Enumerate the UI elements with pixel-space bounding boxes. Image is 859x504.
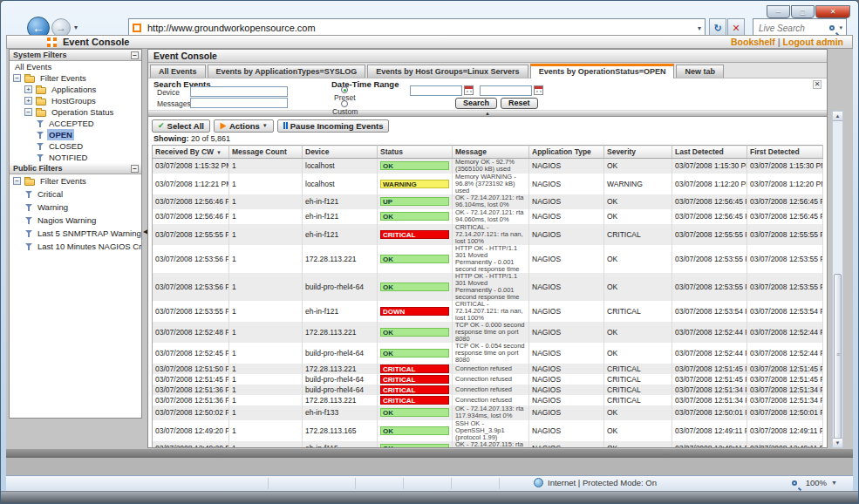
filter-icon (25, 203, 33, 212)
pause-incoming-events-button[interactable]: Pause Incoming Events (277, 119, 390, 133)
preset-range-input[interactable] (410, 85, 462, 96)
table-row[interactable]: 03/07/2008 12:49:20 PM1eh-in-f115OKOK - … (153, 441, 823, 449)
cell-count: 1 (229, 385, 303, 395)
table-row[interactable]: 03/07/2008 12:55:55 PM1eh-in-f121CRITICA… (153, 224, 823, 245)
table-row[interactable]: 03/07/2008 12:56:46 PM1eh-in-f121OKOK - … (153, 209, 823, 224)
expander-icon[interactable]: + (24, 97, 32, 105)
window-bottom-frame (1, 491, 858, 504)
table-row[interactable]: 03/07/2008 12:53:55 PM1eh-in-f121DOWNCRI… (153, 301, 823, 322)
table-row[interactable]: 03/07/2008 12:50:02 PM1eh-in-f133OKOK - … (153, 405, 823, 420)
sidebar-item-filter-events[interactable]: −Filter Events (10, 72, 141, 84)
vertical-scrollbar[interactable]: ▲ ▼ (832, 111, 843, 448)
table-row[interactable]: 03/07/2008 12:53:56 PM1build-pro-rhel4-6… (153, 273, 823, 301)
preset-radio[interactable] (341, 86, 348, 93)
table-row[interactable]: 03/07/2008 12:51:36 PM1172.28.113.221CRI… (153, 395, 823, 405)
select-all-button[interactable]: ✔ Select All (152, 119, 210, 133)
sidebar-item-critical[interactable]: Critical (10, 187, 141, 201)
column-header-first-detected[interactable]: First Detected (747, 146, 823, 159)
window-controls: ─ ▢ ✕ (767, 5, 850, 18)
table-row[interactable]: 03/07/2008 12:53:56 PM1172.28.113.221OKH… (153, 245, 823, 273)
tab-events-by-applicationtypes-syslog[interactable]: Events by ApplicationTypes=SYSLOG (208, 65, 366, 78)
close-icon[interactable]: ✕ (815, 5, 850, 18)
search-button[interactable]: Search (455, 98, 497, 109)
tab-events-by-host-groups-linux-servers[interactable]: Events by Host Groups=Linux Servers (367, 65, 528, 78)
table-row[interactable]: 03/07/2008 1:12:21 PM1localhostWARNINGMe… (153, 174, 823, 194)
column-header-status[interactable]: Status (378, 146, 453, 159)
sidebar-item-applications[interactable]: +Applications (10, 84, 141, 95)
divider-collapse-icon[interactable]: ▲ (485, 111, 490, 116)
column-header-last-detected[interactable]: Last Detected (672, 146, 747, 159)
bookshelf-link[interactable]: Bookshelf (731, 37, 775, 47)
cell-first-detected: 03/07/2008 12:52:44 PM (747, 322, 823, 343)
panel-divider[interactable]: ▲ (148, 110, 827, 117)
logout-link[interactable]: Logout admin (783, 37, 843, 47)
expander-icon[interactable]: − (13, 74, 21, 82)
expander-icon[interactable]: − (13, 177, 21, 185)
table-row[interactable]: 03/07/2008 1:15:32 PM1localhostOKMemory … (153, 159, 823, 174)
sidebar-item-filter-events[interactable]: −Filter Events (10, 174, 141, 187)
expander-icon[interactable]: + (24, 85, 32, 93)
calendar-icon[interactable] (464, 85, 474, 95)
sidebar-item-hostgroups[interactable]: +HostGroups (10, 95, 141, 106)
cell-severity: OK (604, 209, 672, 224)
browser-status-bar: Internet | Protected Mode: On 100% ▼ (6, 475, 853, 491)
sidebar-item-last-10-minutes-nagios-critical[interactable]: Last 10 Minutes NAGIOS Critical (10, 240, 141, 253)
sidebar-item-open[interactable]: OPEN (10, 129, 141, 140)
collapse-public-filters-icon[interactable]: − (131, 165, 139, 173)
maximize-icon[interactable]: ▢ (791, 5, 815, 18)
sidebar-item-accepted[interactable]: ACCEPTED (10, 118, 141, 129)
tab-events-by-operationstatus-open[interactable]: Events by OperationStatus=OPEN (530, 64, 675, 78)
scroll-up-icon[interactable]: ▲ (833, 112, 842, 121)
messages-input[interactable] (190, 98, 288, 108)
close-search-panel-icon[interactable]: ✕ (813, 80, 822, 89)
history-dropdown-icon[interactable]: ▾ (74, 24, 78, 31)
tab-new-tab[interactable]: New tab (676, 65, 724, 78)
tab-all-events[interactable]: All Events (150, 65, 206, 78)
table-row[interactable]: 03/07/2008 12:52:48 PM1172.28.113.221OKT… (153, 322, 823, 343)
public-filters-tree: −Filter EventsCriticalWarningNagios Warn… (10, 174, 141, 253)
sidebar-item-last-5-snmptrap-warning[interactable]: Last 5 SNMPTRAP Warning (10, 227, 141, 240)
cell-severity: OK (604, 159, 672, 174)
sidebar-item-warning[interactable]: Warning (10, 201, 141, 214)
column-header-device[interactable]: Device (303, 146, 378, 159)
cell-last-detected: 03/07/2008 12:53:54 PM (672, 301, 747, 322)
sidebar-item-closed[interactable]: CLOSED (10, 140, 141, 152)
zoom-dropdown-icon[interactable]: ▼ (831, 480, 837, 486)
column-header-received-by-cw[interactable]: Received By CW▼ (153, 146, 229, 159)
actions-button[interactable]: Actions ▼ (214, 119, 274, 133)
table-row[interactable]: 03/07/2008 12:56:46 PM1eh-in-f121UPOK - … (153, 194, 823, 209)
status-badge: CRITICAL (380, 364, 449, 373)
table-row[interactable]: 03/07/2008 12:51:50 PM1172.28.113.221CRI… (153, 364, 823, 374)
url-input[interactable] (146, 22, 695, 34)
column-header-application-type[interactable]: Application Type (529, 146, 604, 159)
collapse-system-filters-icon[interactable]: − (131, 51, 139, 59)
cell-status: UP (378, 194, 453, 209)
sidebar-item-nagios-warning[interactable]: Nagios Warning (10, 214, 141, 227)
search-icon[interactable] (829, 25, 835, 31)
sidebar-item-notified[interactable]: NOTIFIED (10, 152, 141, 163)
cell-count: 1 (229, 174, 303, 194)
cell-app-type: NAGIOS (529, 385, 604, 395)
device-input[interactable] (190, 86, 288, 97)
column-header-message[interactable]: Message (453, 146, 529, 159)
search-options-icon[interactable]: ▾ (839, 24, 842, 31)
calendar-icon[interactable] (534, 85, 543, 95)
scrollbar-thumb[interactable] (834, 274, 842, 439)
expander-icon[interactable]: − (24, 108, 32, 116)
scroll-down-icon[interactable]: ▼ (833, 438, 842, 447)
column-header-message-count[interactable]: Message Count (229, 146, 303, 159)
column-header-severity[interactable]: Severity (604, 146, 672, 159)
minimize-icon[interactable]: ─ (767, 5, 790, 18)
address-dropdown-icon[interactable]: ▾ (698, 24, 701, 32)
sidebar-item-all-events[interactable]: All Events (10, 61, 141, 72)
sidebar-item-operation-status[interactable]: −Operation Status (10, 106, 141, 118)
table-row[interactable]: 03/07/2008 12:52:45 PM1build-pro-rhel4-6… (153, 343, 823, 364)
live-search-input[interactable] (757, 23, 829, 34)
custom-radio[interactable] (341, 100, 348, 107)
table-row[interactable]: 03/07/2008 12:49:20 PM1172.28.113.165OKS… (153, 420, 823, 441)
reset-button[interactable]: Reset (501, 98, 538, 109)
zoom-control[interactable]: 100% ▼ (792, 478, 837, 487)
date-to-input[interactable] (480, 85, 532, 96)
table-row[interactable]: 03/07/2008 12:51:45 PM1build-pro-rhel4-6… (153, 374, 823, 385)
table-row[interactable]: 03/07/2008 12:51:36 PM1build-pro-rhel4-6… (153, 385, 823, 395)
